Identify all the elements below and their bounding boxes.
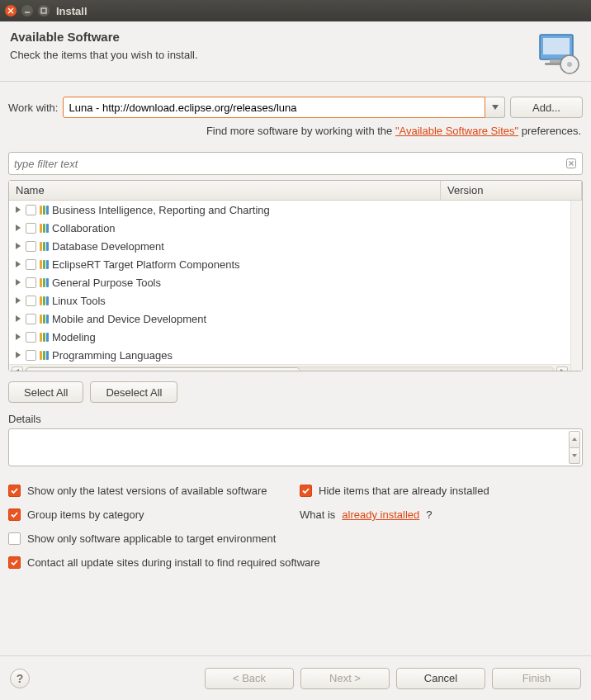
tree-row[interactable]: Modeling (9, 328, 570, 346)
software-tree: Name Version Business Intelligence, Repo… (8, 180, 583, 371)
checkbox-icon[interactable] (26, 259, 36, 270)
category-label: Database Development (52, 240, 164, 253)
category-label: EclipseRT Target Platform Components (52, 258, 240, 271)
close-icon[interactable] (5, 5, 17, 17)
clear-filter-icon[interactable] (565, 157, 578, 170)
whatis-text: What is already installed? (300, 508, 583, 521)
category-label: Modeling (52, 331, 96, 343)
finish-button[interactable]: Finish (492, 668, 581, 689)
disclosure-icon[interactable] (14, 224, 22, 232)
disclosure-icon[interactable] (14, 296, 22, 305)
vertical-scrollbar[interactable] (570, 201, 582, 371)
category-icon (40, 333, 49, 342)
checkbox-icon[interactable] (8, 485, 21, 497)
disclosure-icon[interactable] (14, 260, 22, 268)
disclosure-icon[interactable] (14, 333, 22, 341)
category-icon (40, 206, 49, 215)
checkbox-icon[interactable] (26, 314, 36, 324)
svg-point-6 (567, 62, 572, 67)
deselect-all-button[interactable]: Deselect All (90, 381, 177, 403)
tree-row[interactable]: Collaboration (9, 219, 570, 237)
help-icon[interactable]: ? (10, 669, 30, 688)
details-scroll-down-icon[interactable] (569, 448, 580, 465)
workwith-label: Work with: (8, 102, 58, 114)
opt-hide-installed[interactable]: Hide items that are already installed (300, 485, 583, 497)
select-all-button[interactable]: Select All (8, 381, 83, 403)
category-label: Linux Tools (52, 295, 106, 307)
checkbox-icon[interactable] (8, 532, 21, 545)
category-icon (40, 296, 49, 305)
checkbox-icon[interactable] (26, 350, 36, 361)
workwith-input[interactable] (63, 97, 485, 118)
svg-rect-0 (41, 8, 46, 13)
svg-rect-2 (543, 38, 570, 54)
checkbox-icon[interactable] (26, 223, 36, 234)
category-label: Business Intelligence, Reporting and Cha… (52, 204, 270, 216)
disclosure-icon[interactable] (14, 206, 22, 214)
scroll-left-icon[interactable] (12, 367, 23, 371)
details-scroll-up-icon[interactable] (569, 431, 580, 448)
category-icon (40, 242, 49, 251)
workwith-dropdown-button[interactable] (485, 97, 505, 118)
category-icon (40, 315, 49, 324)
horizontal-scrollbar[interactable] (9, 364, 570, 371)
install-icon (535, 30, 581, 76)
column-name[interactable]: Name (9, 181, 441, 200)
tree-row[interactable]: Programming Languages (9, 346, 570, 364)
opt-contact-sites[interactable]: Contact all update sites during install … (8, 556, 583, 569)
checkbox-icon[interactable] (8, 556, 21, 569)
opt-group-category[interactable]: Group items by category (8, 508, 291, 521)
category-label: Mobile and Device Development (52, 313, 206, 325)
category-icon (40, 224, 49, 233)
details-box (8, 428, 583, 466)
dialog-footer: ? < Back Next > Cancel Finish (0, 655, 591, 700)
tree-row[interactable]: EclipseRT Target Platform Components (9, 255, 570, 273)
checkbox-icon[interactable] (26, 332, 36, 343)
category-icon (40, 351, 49, 360)
column-version[interactable]: Version (441, 181, 582, 200)
checkbox-icon[interactable] (26, 205, 36, 215)
category-label: Programming Languages (52, 349, 173, 362)
scroll-right-icon[interactable] (556, 367, 568, 371)
disclosure-icon[interactable] (14, 315, 22, 323)
category-label: General Purpose Tools (52, 277, 161, 289)
checkbox-icon[interactable] (26, 241, 36, 252)
checkbox-icon[interactable] (26, 296, 36, 306)
page-title: Available Software (10, 30, 535, 44)
tree-row[interactable]: Linux Tools (9, 291, 570, 310)
dialog-header: Available Software Check the items that … (0, 21, 591, 82)
details-label: Details (8, 413, 583, 425)
category-icon (40, 260, 49, 269)
filter-input[interactable] (8, 152, 583, 175)
tree-row[interactable]: General Purpose Tools (9, 273, 570, 291)
tree-row[interactable]: Database Development (9, 237, 570, 255)
checkbox-icon[interactable] (8, 508, 21, 521)
findmore-text: Find more software by working with the "… (8, 125, 581, 137)
next-button[interactable]: Next > (300, 668, 390, 689)
window-title: Install (56, 5, 87, 17)
category-label: Collaboration (52, 222, 116, 234)
tree-row[interactable]: Mobile and Device Development (9, 310, 570, 328)
disclosure-icon[interactable] (14, 351, 22, 359)
available-sites-link[interactable]: "Available Software Sites" (395, 125, 518, 137)
opt-latest-versions[interactable]: Show only the latest versions of availab… (8, 485, 291, 497)
maximize-icon[interactable] (38, 5, 50, 17)
checkbox-icon[interactable] (300, 485, 312, 497)
add-button[interactable]: Add... (510, 97, 583, 118)
disclosure-icon[interactable] (14, 278, 22, 286)
window-buttons (5, 5, 50, 17)
cancel-button[interactable]: Cancel (396, 668, 485, 689)
already-installed-link[interactable]: already installed (342, 508, 419, 521)
titlebar: Install (0, 0, 591, 21)
opt-target-env[interactable]: Show only software applicable to target … (8, 532, 583, 545)
page-subtitle: Check the items that you wish to install… (10, 49, 535, 61)
tree-row[interactable]: Business Intelligence, Reporting and Cha… (9, 201, 570, 219)
back-button[interactable]: < Back (205, 668, 294, 689)
category-icon (40, 278, 49, 287)
minimize-icon[interactable] (21, 5, 33, 17)
disclosure-icon[interactable] (14, 242, 22, 250)
checkbox-icon[interactable] (26, 277, 36, 288)
